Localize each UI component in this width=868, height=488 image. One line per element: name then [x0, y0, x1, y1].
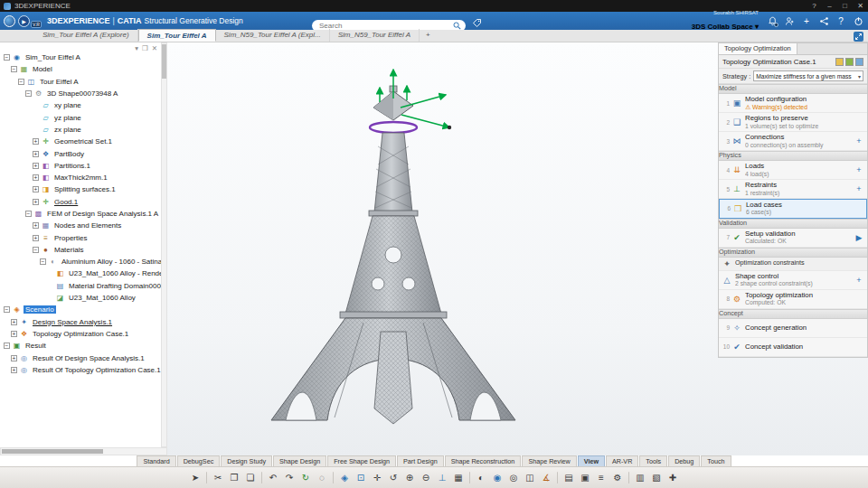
workbench-tab[interactable]: Free Shape Design: [327, 455, 396, 466]
tree-item[interactable]: + ✛ Good.1: [0, 196, 161, 208]
cut-icon[interactable]: ✂: [211, 471, 225, 485]
tree-item[interactable]: + ✛ Geometrical Set.1: [0, 136, 161, 147]
tree-item-label[interactable]: Good.1: [52, 198, 80, 206]
case-palette-icon[interactable]: [835, 58, 844, 66]
tree-item-label[interactable]: PartBody: [52, 150, 86, 158]
tree-item[interactable]: + ▦ Nodes and Elements: [0, 220, 161, 231]
tree-item[interactable]: + ◧ MaxThick2mm.1: [0, 172, 161, 183]
immersive-icon[interactable]: ▧: [649, 471, 664, 485]
3ds-logo-icon[interactable]: [4, 15, 15, 27]
tree-item[interactable]: − ▦ Model: [0, 63, 161, 75]
workbench-tab[interactable]: AR-VR: [606, 455, 638, 466]
tree-item-label[interactable]: Nodes and Elements: [52, 221, 123, 230]
tree-item[interactable]: − ▣ Result: [0, 340, 161, 352]
tree-expander[interactable]: −: [4, 54, 10, 61]
workbench-tab[interactable]: Shape Reconstruction: [445, 455, 522, 466]
ghost-display-icon[interactable]: ◌: [315, 471, 329, 485]
tree-item[interactable]: − ⚙ 3D Shape00073948 A: [0, 88, 161, 99]
tree-expander[interactable]: −: [4, 343, 10, 349]
tree-expander[interactable]: +: [11, 319, 17, 325]
compass-play-icon[interactable]: ▶: [18, 15, 30, 27]
tree-item[interactable]: − ◐ Aluminium Alloy - 1060 - Satinated -…: [0, 256, 161, 267]
grid-icon[interactable]: ▤: [561, 471, 576, 485]
normal-view-icon[interactable]: ⊥: [435, 471, 449, 485]
tree-item-label[interactable]: Topology Optimization Case.1: [31, 330, 130, 338]
step-action-button[interactable]: +: [854, 184, 864, 193]
step-load-cases[interactable]: 6 ❒ Load cases 6 case(s): [719, 199, 867, 219]
scrollbar-thumb[interactable]: [162, 44, 166, 79]
paste-icon[interactable]: ❏: [243, 471, 258, 485]
document-tab[interactable]: Sim_Tour Eiffel A (Explore): [34, 29, 138, 42]
notifications-bell-icon[interactable]: [767, 15, 778, 27]
tree-expander[interactable]: +: [11, 355, 17, 361]
tree-item-label[interactable]: Properties: [52, 234, 89, 242]
tree-expander[interactable]: +: [33, 174, 39, 181]
tree-item-label[interactable]: Materials: [52, 246, 85, 254]
visible-space-icon[interactable]: ◎: [506, 471, 521, 485]
tree-item[interactable]: + ◎ Result Of Topology Optimization Case…: [0, 364, 161, 376]
tree-expander[interactable]: −: [18, 79, 24, 85]
tree-item[interactable]: + ◨ Splitting surfaces.1: [0, 183, 161, 195]
tree-item[interactable]: − ● Materials: [0, 244, 161, 256]
tree-expander[interactable]: +: [33, 199, 39, 205]
tree-item[interactable]: ▤ Material Drafting Domain00000081: [0, 280, 161, 292]
tree-expander[interactable]: −: [11, 66, 17, 72]
tree-expander[interactable]: +: [11, 331, 17, 337]
tree-item-label[interactable]: Model: [31, 65, 54, 73]
share-icon[interactable]: [818, 15, 829, 27]
tree-toggle-icon[interactable]: ≡: [594, 471, 609, 485]
tree-item[interactable]: + ◎ Result Of Design Space Analysis.1: [0, 352, 161, 363]
tree-horizontal-scrollbar[interactable]: [0, 447, 167, 455]
document-tab[interactable]: Sim_Tour Eiffel A: [138, 29, 216, 42]
workbench-tab[interactable]: Tools: [639, 455, 667, 466]
workbench-tab[interactable]: Touch: [701, 455, 731, 466]
tree-expander[interactable]: +: [33, 186, 39, 192]
fit-all-icon[interactable]: ⊡: [354, 471, 368, 485]
step-connections[interactable]: 3 ⋈ Connections 0 connection(s) on assem…: [719, 132, 867, 151]
document-tab[interactable]: Sim_N59_Tour Eiffel A: [330, 29, 420, 42]
expand-window-icon[interactable]: [854, 32, 863, 42]
multi-view-icon[interactable]: ▦: [451, 471, 466, 485]
capture-icon[interactable]: ▣: [578, 471, 592, 485]
window-minimize-button[interactable]: –: [822, 0, 837, 12]
zoom-out-icon[interactable]: ⊖: [419, 471, 433, 485]
user-space-selector[interactable]: Sourabh SHIRSAT 3DS Collab Space ▾: [692, 10, 759, 32]
new-tab-button[interactable]: +: [420, 29, 437, 42]
section-view-icon[interactable]: ◫: [523, 471, 537, 485]
strategy-select[interactable]: Maximize stiffness for a given mass ▾: [753, 70, 863, 81]
step-setup-validation[interactable]: 7 ✔ Setup validation Calculated: OK ▶: [719, 229, 867, 248]
redo-icon[interactable]: ↷: [282, 471, 297, 485]
add-user-icon[interactable]: [784, 15, 795, 27]
tree-item[interactable]: − ◉ Sim_Tour Eiffel A: [0, 52, 161, 63]
tree-expander[interactable]: −: [40, 258, 46, 265]
step-restraints[interactable]: 5 ⊥ Restraints 1 restraint(s) +: [719, 180, 867, 199]
tree-item-label[interactable]: Geometrical Set.1: [52, 137, 114, 145]
power-logout-icon[interactable]: [853, 15, 863, 27]
step-action-button[interactable]: +: [854, 276, 864, 285]
help-icon[interactable]: ?: [835, 15, 846, 27]
step-regions-to-preserve[interactable]: 2 ❑ Regions to preserve 1 volume(s) set …: [719, 113, 867, 132]
tree-collapse-icon[interactable]: ▾: [135, 44, 138, 52]
update-icon[interactable]: ↻: [298, 471, 313, 485]
tree-item-label[interactable]: xy plane: [52, 101, 83, 109]
document-tab[interactable]: Sim_N59_Tour Eiffel A (Expl...: [216, 29, 330, 42]
step-shape-control[interactable]: △ Shape control 2 shape control constrai…: [719, 271, 867, 290]
tree-item-label[interactable]: Partitions.1: [52, 162, 92, 170]
add-content-icon[interactable]: +: [801, 15, 812, 27]
case-table-icon[interactable]: [845, 58, 854, 66]
tree-item-label[interactable]: Result Of Design Space Analysis.1: [31, 354, 146, 362]
tree-expander[interactable]: +: [33, 222, 39, 229]
settings-icon[interactable]: ⚙: [610, 471, 625, 485]
tree-item[interactable]: + ❖ Topology Optimization Case.1: [0, 328, 161, 340]
step-action-button[interactable]: +: [854, 136, 864, 145]
tree-item-label[interactable]: zx plane: [52, 126, 83, 134]
workbench-tab[interactable]: Standard: [137, 455, 175, 466]
tree-expander[interactable]: +: [11, 367, 17, 373]
tree-item[interactable]: ▱ yz plane: [0, 111, 161, 123]
tree-item-label[interactable]: U23_Mat_1060 Alloy - Rendering: [67, 269, 161, 277]
tree-expander[interactable]: −: [25, 211, 32, 217]
layers-icon[interactable]: ▥: [633, 471, 647, 485]
tree-item[interactable]: + ❖ PartBody: [0, 147, 161, 159]
tree-float-icon[interactable]: ❐: [142, 44, 148, 52]
tree-item-label[interactable]: Design Space Analysis.1: [31, 318, 114, 326]
